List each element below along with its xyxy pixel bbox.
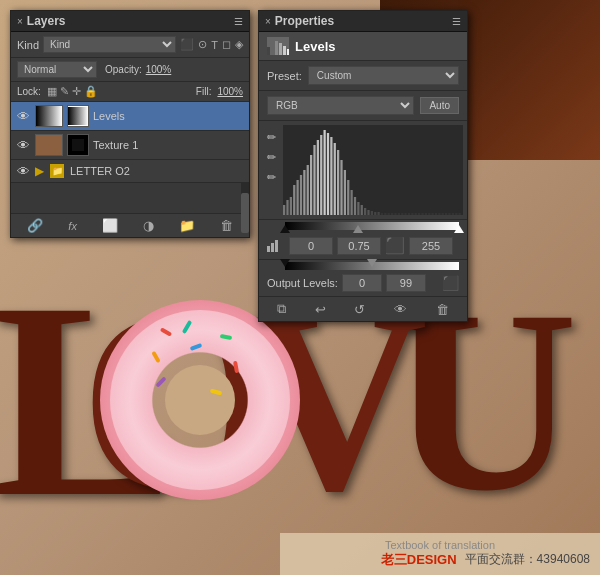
lock-icons: ▦ ✎ ✛ 🔒 — [47, 85, 98, 98]
group-expand-icon[interactable]: ▶ — [35, 164, 44, 178]
svg-rect-9 — [293, 185, 295, 215]
svg-rect-1 — [271, 44, 274, 55]
svg-rect-32 — [371, 211, 373, 215]
trash-icon[interactable]: 🗑 — [220, 218, 233, 233]
shape-icon[interactable]: ◻ — [222, 38, 231, 51]
blend-mode-select[interactable]: Normal — [17, 61, 97, 78]
prop-trash-icon[interactable]: 🗑 — [436, 302, 449, 317]
svg-rect-34 — [378, 212, 380, 215]
layer-row-texture[interactable]: 👁 Texture 1 — [11, 131, 249, 160]
svg-rect-56 — [452, 213, 454, 215]
white-eyedropper[interactable]: ✏ — [263, 169, 279, 185]
histogram-area: ✏ ✏ ✏ — [259, 121, 467, 220]
svg-rect-57 — [455, 213, 457, 215]
kind-select[interactable]: Kind — [43, 36, 176, 53]
svg-rect-39 — [394, 213, 396, 215]
lock-all-icon[interactable]: 🔒 — [84, 85, 98, 98]
layer-row-group[interactable]: 👁 ▶ 📁 LETTER O2 — [11, 160, 249, 183]
properties-panel: × Properties ☰ Levels Preset: Custom Def… — [258, 10, 468, 322]
gray-eyedropper[interactable]: ✏ — [263, 149, 279, 165]
properties-close-button[interactable]: × — [265, 16, 271, 27]
layer-eye-levels[interactable]: 👁 — [15, 108, 31, 124]
levels-title-text: Levels — [295, 39, 335, 54]
lock-paint-icon[interactable]: ✎ — [60, 85, 69, 98]
svg-rect-40 — [398, 213, 400, 215]
layers-scrollbar[interactable] — [241, 183, 249, 213]
mask-icon[interactable]: ⬜ — [102, 218, 118, 233]
preset-select[interactable]: Custom Default — [308, 66, 459, 85]
mid-arrow-icon: ⬛ — [385, 236, 405, 255]
layer-row-levels[interactable]: 👁 Levels — [11, 102, 249, 131]
lock-label: Lock: — [17, 86, 41, 97]
svg-rect-2 — [275, 41, 278, 55]
lock-transparent-icon[interactable]: ▦ — [47, 85, 57, 98]
link-icon[interactable]: 🔗 — [27, 218, 43, 233]
svg-rect-14 — [310, 155, 312, 215]
svg-rect-60 — [271, 243, 274, 252]
adjust-icon[interactable]: ⊙ — [198, 38, 207, 51]
opacity-value[interactable]: 100% — [146, 64, 172, 75]
output-white-value[interactable] — [386, 274, 426, 292]
layer-eye-group[interactable]: 👁 — [15, 163, 31, 179]
svg-rect-37 — [388, 213, 390, 215]
svg-rect-24 — [344, 170, 346, 215]
adjustment-layer-icon[interactable]: ◑ — [143, 218, 154, 233]
preset-row: Preset: Custom Default — [259, 61, 467, 91]
auto-button[interactable]: Auto — [420, 97, 459, 114]
svg-rect-26 — [351, 190, 353, 215]
levels-values-icon — [267, 239, 285, 253]
smart-icon[interactable]: ◈ — [235, 38, 243, 51]
svg-rect-20 — [330, 137, 332, 215]
svg-rect-51 — [435, 213, 437, 215]
output-black-slider[interactable] — [280, 259, 290, 267]
layer-eye-texture[interactable]: 👁 — [15, 137, 31, 153]
svg-rect-17 — [320, 135, 322, 215]
fill-value[interactable]: 100% — [217, 86, 243, 97]
blend-opacity-row: Normal Opacity: 100% — [11, 58, 249, 82]
svg-rect-8 — [290, 197, 292, 215]
output-mid-slider[interactable] — [367, 259, 377, 267]
svg-rect-35 — [381, 213, 383, 215]
lock-fill-row: Lock: ▦ ✎ ✛ 🔒 Fill: 100% — [11, 82, 249, 102]
svg-rect-42 — [405, 213, 407, 215]
svg-rect-10 — [297, 180, 299, 215]
group-icon[interactable]: 📁 — [179, 218, 195, 233]
white-input-value[interactable] — [409, 237, 453, 255]
svg-rect-31 — [367, 210, 369, 215]
white-input-slider[interactable] — [454, 225, 464, 233]
black-input-value[interactable] — [289, 237, 333, 255]
mid-input-slider[interactable] — [353, 225, 363, 233]
svg-rect-43 — [408, 213, 410, 215]
view-icon[interactable]: 👁 — [394, 302, 407, 317]
svg-rect-30 — [364, 208, 366, 215]
output-track-row — [259, 260, 467, 270]
layers-menu-button[interactable]: ☰ — [234, 16, 243, 27]
black-input-slider[interactable] — [280, 225, 290, 233]
output-arrow-icon: ⬛ — [442, 275, 459, 291]
history-icon[interactable]: ↩ — [315, 302, 326, 317]
type-icon[interactable]: T — [211, 39, 218, 51]
black-eyedropper[interactable]: ✏ — [263, 129, 279, 145]
clip-icon[interactable]: ⧉ — [277, 301, 286, 317]
properties-menu-button[interactable]: ☰ — [452, 16, 461, 27]
channel-select[interactable]: RGB Red Green Blue — [267, 96, 414, 115]
layers-bottom-bar: 🔗 fx ⬜ ◑ 📁 🗑 — [11, 213, 249, 237]
watermark-brand: 老三DESIGN — [381, 551, 457, 569]
layer-thumb-texture — [35, 134, 63, 156]
svg-rect-59 — [267, 246, 270, 252]
svg-rect-3 — [279, 43, 282, 55]
output-black-value[interactable] — [342, 274, 382, 292]
reset-icon[interactable]: ↺ — [354, 302, 365, 317]
layers-scrollbar-thumb[interactable] — [241, 193, 249, 233]
mid-input-value[interactable] — [337, 237, 381, 255]
input-slider-row — [259, 220, 467, 230]
svg-rect-7 — [286, 200, 288, 215]
opacity-label: Opacity: — [105, 64, 142, 75]
layers-scroll-area — [11, 183, 249, 213]
layers-panel-title: Layers — [27, 14, 66, 28]
lock-move-icon[interactable]: ✛ — [72, 85, 81, 98]
fx-icon[interactable]: fx — [68, 220, 77, 232]
layers-close-button[interactable]: × — [17, 16, 23, 27]
pixel-icon[interactable]: ⬛ — [180, 38, 194, 51]
svg-rect-13 — [307, 165, 309, 215]
